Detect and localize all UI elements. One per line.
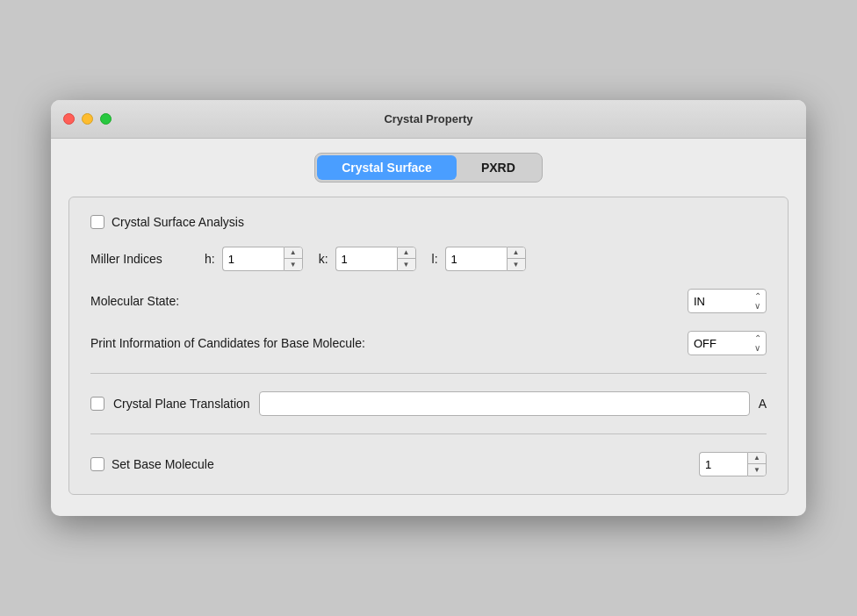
k-up-arrow[interactable]: ▲: [398, 247, 415, 259]
k-down-arrow[interactable]: ▼: [398, 259, 415, 270]
molecular-state-label: Molecular State:: [90, 294, 179, 308]
maximize-button[interactable]: [100, 113, 112, 125]
miller-indices-row: Miller Indices h: ▲ ▼ k: ▲: [90, 247, 767, 271]
k-spinner-group: ▲ ▼: [335, 247, 416, 271]
crystal-surface-analysis-checkbox[interactable]: [90, 215, 104, 229]
crystal-plane-checkbox[interactable]: [90, 397, 104, 411]
base-molecule-spinner-group: ▲ ▼: [699, 452, 767, 476]
divider-2: [90, 433, 767, 434]
crystal-surface-analysis-label: Crystal Surface Analysis: [112, 215, 244, 229]
l-label: l:: [432, 252, 438, 266]
main-panel: Crystal Surface Analysis Miller Indices …: [68, 197, 789, 495]
window-title: Crystal Property: [384, 112, 472, 125]
crystal-plane-label: Crystal Plane Translation: [113, 397, 250, 411]
k-label: k:: [319, 252, 328, 266]
close-button[interactable]: [63, 113, 75, 125]
l-spinner-arrows: ▲ ▼: [507, 247, 526, 271]
base-row-left: Set Base Molecule: [90, 457, 214, 471]
l-spinner-group: ▲ ▼: [445, 247, 526, 271]
crystal-plane-row: Crystal Plane Translation A: [90, 391, 767, 416]
h-up-arrow[interactable]: ▲: [284, 247, 302, 259]
base-molecule-down-arrow[interactable]: ▼: [748, 464, 766, 476]
h-input[interactable]: [222, 247, 284, 271]
main-window: Crystal Property Crystal Surface PXRD Cr…: [51, 100, 806, 516]
crystal-plane-unit: A: [759, 397, 767, 411]
molecular-state-select-wrapper: IN OUT BOTH ⌃∨: [688, 289, 767, 313]
window-content: Crystal Surface PXRD Crystal Surface Ana…: [51, 139, 806, 516]
base-molecule-arrows: ▲ ▼: [747, 452, 767, 476]
tab-container: Crystal Surface PXRD: [314, 153, 543, 183]
h-label: h:: [205, 252, 215, 266]
h-spinner-arrows: ▲ ▼: [284, 247, 303, 271]
molecular-state-select[interactable]: IN OUT BOTH: [688, 289, 767, 313]
print-info-label: Print Information of Candidates for Base…: [90, 336, 365, 350]
crystal-surface-analysis-row: Crystal Surface Analysis: [90, 215, 767, 229]
k-spinner-arrows: ▲ ▼: [397, 247, 416, 271]
miller-fields: h: ▲ ▼ k: ▲ ▼: [205, 247, 526, 271]
h-spinner-group: ▲ ▼: [222, 247, 303, 271]
minimize-button[interactable]: [82, 113, 93, 125]
tab-bar: Crystal Surface PXRD: [68, 153, 789, 183]
crystal-plane-input[interactable]: [259, 391, 750, 416]
l-down-arrow[interactable]: ▼: [508, 259, 525, 270]
l-input[interactable]: [445, 247, 507, 271]
set-base-molecule-checkbox[interactable]: [90, 457, 104, 471]
window-controls: [63, 113, 112, 125]
base-molecule-input[interactable]: [699, 452, 747, 476]
print-info-select[interactable]: OFF ON: [688, 331, 767, 355]
miller-indices-label: Miller Indices: [90, 252, 205, 266]
l-up-arrow[interactable]: ▲: [508, 247, 525, 259]
k-input[interactable]: [335, 247, 397, 271]
title-bar: Crystal Property: [51, 100, 806, 139]
tab-crystal-surface[interactable]: Crystal Surface: [317, 155, 457, 180]
set-base-molecule-label: Set Base Molecule: [112, 457, 214, 471]
molecular-state-row: Molecular State: IN OUT BOTH ⌃∨: [90, 289, 767, 313]
h-down-arrow[interactable]: ▼: [284, 259, 302, 270]
print-info-row: Print Information of Candidates for Base…: [90, 331, 767, 355]
tab-pxrd[interactable]: PXRD: [457, 155, 540, 180]
set-base-molecule-row: Set Base Molecule ▲ ▼: [90, 452, 767, 476]
divider: [90, 373, 767, 374]
base-molecule-up-arrow[interactable]: ▲: [748, 453, 766, 464]
print-info-select-wrapper: OFF ON ⌃∨: [688, 331, 767, 355]
